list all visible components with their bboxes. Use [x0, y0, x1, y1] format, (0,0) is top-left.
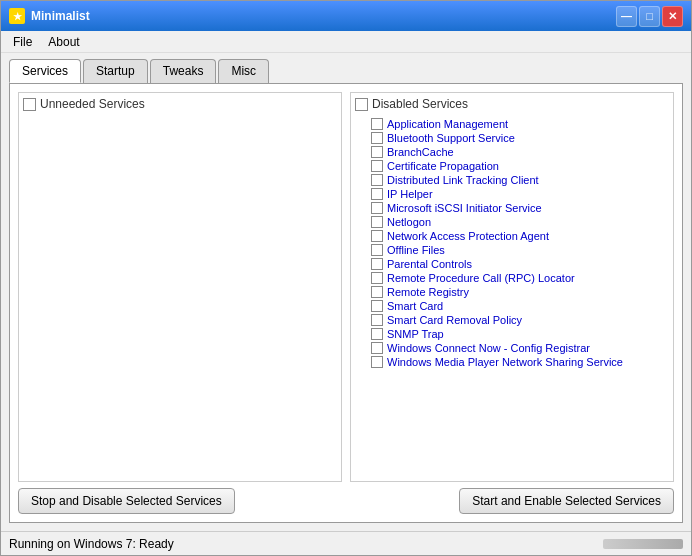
service-checkbox[interactable] — [371, 146, 383, 158]
content-area: Unneeded Services Disabled Services Appl… — [9, 83, 683, 523]
tab-startup[interactable]: Startup — [83, 59, 148, 83]
service-label: Windows Connect Now - Config Registrar — [387, 342, 590, 354]
tab-bar: Services Startup Tweaks Misc — [1, 53, 691, 83]
service-item[interactable]: Remote Procedure Call (RPC) Locator — [355, 271, 669, 285]
service-label: Bluetooth Support Service — [387, 132, 515, 144]
service-label: IP Helper — [387, 188, 433, 200]
service-label: Microsoft iSCSI Initiator Service — [387, 202, 542, 214]
left-panel-header: Unneeded Services — [23, 97, 337, 111]
service-checkbox[interactable] — [371, 328, 383, 340]
service-checkbox[interactable] — [371, 300, 383, 312]
tab-services[interactable]: Services — [9, 59, 81, 83]
service-item[interactable]: Offline Files — [355, 243, 669, 257]
service-label: Distributed Link Tracking Client — [387, 174, 539, 186]
service-checkbox[interactable] — [371, 314, 383, 326]
service-item[interactable]: Certificate Propagation — [355, 159, 669, 173]
close-button[interactable]: ✕ — [662, 6, 683, 27]
service-label: Certificate Propagation — [387, 160, 499, 172]
service-item[interactable]: Distributed Link Tracking Client — [355, 173, 669, 187]
start-enable-button[interactable]: Start and Enable Selected Services — [459, 488, 674, 514]
service-checkbox[interactable] — [371, 202, 383, 214]
service-label: SNMP Trap — [387, 328, 444, 340]
right-panel-title: Disabled Services — [372, 97, 468, 111]
service-label: Windows Media Player Network Sharing Ser… — [387, 356, 623, 368]
service-checkbox[interactable] — [371, 342, 383, 354]
services-list: Application ManagementBluetooth Support … — [355, 117, 669, 369]
service-checkbox[interactable] — [371, 132, 383, 144]
service-item[interactable]: Smart Card Removal Policy — [355, 313, 669, 327]
service-item[interactable]: Bluetooth Support Service — [355, 131, 669, 145]
menu-about[interactable]: About — [40, 33, 87, 51]
left-panel-checkbox[interactable] — [23, 98, 36, 111]
service-label: Smart Card — [387, 300, 443, 312]
service-item[interactable]: Remote Registry — [355, 285, 669, 299]
panels: Unneeded Services Disabled Services Appl… — [18, 92, 674, 482]
service-item[interactable]: Windows Connect Now - Config Registrar — [355, 341, 669, 355]
status-grip — [603, 539, 683, 549]
left-panel-title: Unneeded Services — [40, 97, 145, 111]
service-item[interactable]: IP Helper — [355, 187, 669, 201]
service-checkbox[interactable] — [371, 118, 383, 130]
service-checkbox[interactable] — [371, 286, 383, 298]
title-bar-buttons: — □ ✕ — [616, 6, 683, 27]
service-label: Remote Registry — [387, 286, 469, 298]
service-checkbox[interactable] — [371, 258, 383, 270]
service-item[interactable]: Application Management — [355, 117, 669, 131]
maximize-button[interactable]: □ — [639, 6, 660, 27]
left-panel: Unneeded Services — [18, 92, 342, 482]
button-row: Stop and Disable Selected Services Start… — [18, 482, 674, 514]
service-item[interactable]: Microsoft iSCSI Initiator Service — [355, 201, 669, 215]
service-item[interactable]: Smart Card — [355, 299, 669, 313]
service-item[interactable]: SNMP Trap — [355, 327, 669, 341]
service-checkbox[interactable] — [371, 188, 383, 200]
stop-disable-button[interactable]: Stop and Disable Selected Services — [18, 488, 235, 514]
service-checkbox[interactable] — [371, 216, 383, 228]
minimize-button[interactable]: — — [616, 6, 637, 27]
service-label: Application Management — [387, 118, 508, 130]
window-title: Minimalist — [31, 9, 90, 23]
service-label: Smart Card Removal Policy — [387, 314, 522, 326]
service-checkbox[interactable] — [371, 356, 383, 368]
title-bar-left: ★ Minimalist — [9, 8, 90, 24]
service-checkbox[interactable] — [371, 244, 383, 256]
title-bar: ★ Minimalist — □ ✕ — [1, 1, 691, 31]
menu-file[interactable]: File — [5, 33, 40, 51]
service-label: Network Access Protection Agent — [387, 230, 549, 242]
service-item[interactable]: Windows Media Player Network Sharing Ser… — [355, 355, 669, 369]
tab-tweaks[interactable]: Tweaks — [150, 59, 217, 83]
right-panel-header: Disabled Services — [355, 97, 669, 111]
status-text: Running on Windows 7: Ready — [9, 537, 174, 551]
app-icon: ★ — [9, 8, 25, 24]
service-checkbox[interactable] — [371, 174, 383, 186]
status-bar: Running on Windows 7: Ready — [1, 531, 691, 555]
service-label: Parental Controls — [387, 258, 472, 270]
right-panel: Disabled Services Application Management… — [350, 92, 674, 482]
menu-bar: File About — [1, 31, 691, 53]
service-item[interactable]: Parental Controls — [355, 257, 669, 271]
service-item[interactable]: Netlogon — [355, 215, 669, 229]
tab-misc[interactable]: Misc — [218, 59, 269, 83]
service-checkbox[interactable] — [371, 272, 383, 284]
service-checkbox[interactable] — [371, 160, 383, 172]
service-checkbox[interactable] — [371, 230, 383, 242]
main-window: ★ Minimalist — □ ✕ File About Services S… — [0, 0, 692, 556]
service-label: Remote Procedure Call (RPC) Locator — [387, 272, 575, 284]
service-item[interactable]: BranchCache — [355, 145, 669, 159]
right-panel-checkbox[interactable] — [355, 98, 368, 111]
service-label: BranchCache — [387, 146, 454, 158]
service-label: Netlogon — [387, 216, 431, 228]
service-label: Offline Files — [387, 244, 445, 256]
service-item[interactable]: Network Access Protection Agent — [355, 229, 669, 243]
